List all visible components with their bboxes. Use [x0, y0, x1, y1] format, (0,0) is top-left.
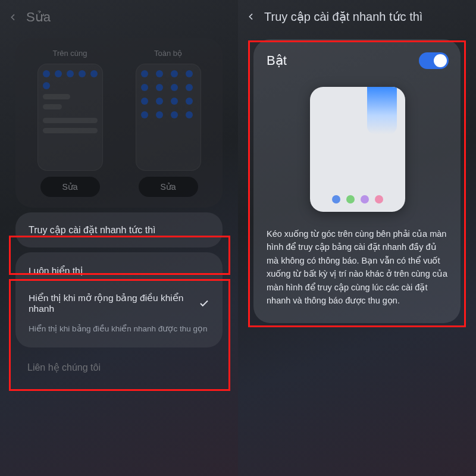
- preview-top-edit-button[interactable]: Sửa: [40, 177, 100, 197]
- back-icon[interactable]: [246, 12, 256, 21]
- preview-full-edit-button[interactable]: Sửa: [139, 177, 198, 197]
- description-text: Kéo xuống từ góc trên cùng bên phải của …: [267, 227, 449, 308]
- preview-top-phone: [37, 64, 103, 171]
- enable-toggle[interactable]: [419, 52, 449, 69]
- preview-top-label: Trên cùng: [52, 49, 87, 58]
- display-options-card: Luôn hiển thị Hiển thị khi mở rộng bảng …: [15, 252, 223, 347]
- enable-card: Bật Kéo xuống từ góc trên cùng bên phải …: [253, 39, 461, 323]
- swipe-gradient-icon: [367, 87, 397, 134]
- option-always-show[interactable]: Luôn hiển thị: [15, 257, 223, 284]
- left-header: Sửa: [0, 0, 238, 33]
- illustration-phone: [310, 87, 405, 212]
- contact-us-label: Liên hệ chúng tôi: [27, 362, 101, 372]
- quick-access-row[interactable]: Truy cập cài đặt nhanh tức thì: [15, 212, 223, 248]
- check-icon: [199, 298, 209, 309]
- option-show-expanded-sub: Hiển thị khi bảng điều khiển nhanh được …: [15, 322, 223, 343]
- left-screen: Sửa Trên cùng Sửa Toàn bộ: [0, 0, 238, 476]
- preview-option-full[interactable]: Toàn bộ Sửa: [124, 49, 212, 197]
- preview-option-top[interactable]: Trên cùng Sửa: [26, 49, 114, 197]
- contact-us-row[interactable]: Liên hệ chúng tôi: [24, 353, 223, 381]
- left-dimmed-content: Sửa Trên cùng Sửa Toàn bộ: [0, 0, 238, 208]
- option-show-expanded-label: Hiển thị khi mở rộng bảng điều khiển nha…: [29, 293, 193, 314]
- option-always-show-label: Luôn hiển thị: [29, 265, 83, 276]
- right-header: Truy cập cài đặt nhanh tức thì: [238, 0, 476, 32]
- preview-full-phone: [136, 64, 201, 171]
- quick-access-label: Truy cập cài đặt nhanh tức thì: [29, 225, 156, 235]
- preview-card: Trên cùng Sửa Toàn bộ: [15, 38, 223, 208]
- right-page-title: Truy cập cài đặt nhanh tức thì: [264, 10, 422, 24]
- option-show-expanded[interactable]: Hiển thị khi mở rộng bảng điều khiển nha…: [15, 284, 223, 322]
- enable-label: Bật: [267, 53, 287, 68]
- preview-full-label: Toàn bộ: [154, 49, 182, 58]
- enable-toggle-row: Bật: [267, 52, 449, 69]
- option-show-expanded-sub-label: Hiển thị khi bảng điều khiển nhanh được …: [29, 324, 207, 333]
- right-screen: Truy cập cài đặt nhanh tức thì Bật Kéo x…: [238, 0, 476, 476]
- illustration: [267, 87, 449, 212]
- back-icon[interactable]: [8, 12, 18, 22]
- left-page-title: Sửa: [26, 10, 51, 25]
